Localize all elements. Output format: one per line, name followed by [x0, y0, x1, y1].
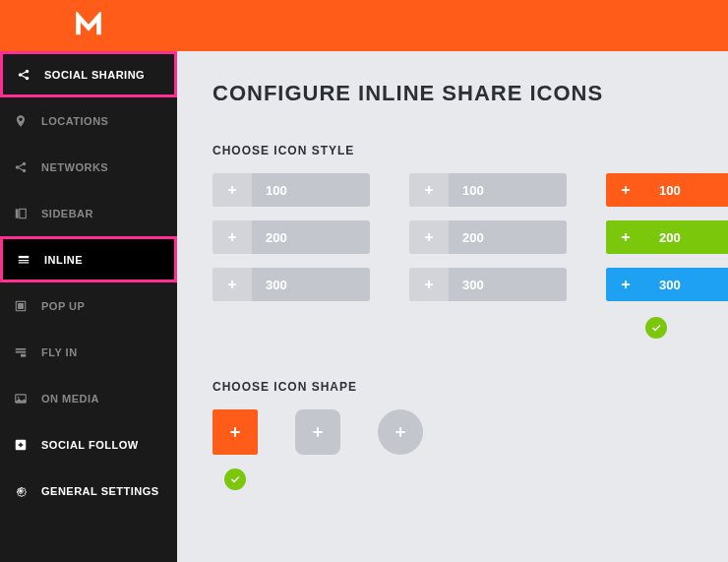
sidebar-item-label: NETWORKS [41, 161, 108, 173]
section-title: CHOOSE ICON STYLE [212, 144, 693, 157]
sidebar-item-label: SOCIAL FOLLOW [41, 439, 139, 451]
sidebar-item-social-follow[interactable]: SOCIAL FOLLOW [0, 421, 177, 468]
svg-rect-12 [19, 303, 24, 308]
icon-style-section: CHOOSE ICON STYLE 100 100 100 200 200 20… [212, 144, 693, 339]
sidebar-item-label: SOCIAL SHARING [44, 69, 145, 81]
sidebar-item-label: ON MEDIA [41, 393, 99, 405]
flyin-icon [14, 345, 35, 359]
plus-icon [606, 173, 645, 207]
style-value: 300 [645, 278, 728, 292]
sidebar: SOCIAL SHARING LOCATIONS NETWORKS SIDEBA… [0, 51, 177, 562]
sidebar-item-general-settings[interactable]: GENERAL SETTINGS [0, 468, 177, 514]
style-option-300-b[interactable]: 300 [409, 268, 567, 301]
media-icon [14, 392, 35, 406]
style-value: 200 [252, 230, 370, 245]
sidebar-icon [14, 207, 35, 220]
plus-icon [212, 268, 252, 301]
style-grid: 100 100 100 200 200 200 300 300 300 [212, 173, 693, 301]
style-option-100-b[interactable]: 100 [409, 173, 567, 207]
style-option-200-c[interactable]: 200 [606, 220, 728, 254]
style-value: 100 [252, 183, 370, 198]
style-value: 200 [645, 230, 728, 245]
svg-rect-6 [16, 209, 19, 218]
svg-rect-14 [16, 350, 27, 352]
style-option-200-b[interactable]: 200 [409, 220, 567, 254]
sidebar-item-popup[interactable]: POP UP [0, 282, 177, 329]
plus-icon [606, 268, 645, 301]
popup-icon [14, 299, 35, 313]
app-header [0, 0, 728, 51]
share-icon [17, 68, 38, 82]
plus-icon [409, 268, 449, 301]
sidebar-item-label: INLINE [44, 254, 83, 266]
sidebar-item-label: FLY IN [41, 346, 78, 358]
sidebar-item-locations[interactable]: LOCATIONS [0, 97, 177, 144]
page-title: CONFIGURE INLINE SHARE ICONS [212, 81, 693, 106]
svg-point-19 [20, 489, 23, 492]
style-value: 100 [645, 183, 728, 198]
plus-icon [409, 220, 449, 254]
sidebar-item-inline[interactable]: INLINE [0, 236, 177, 282]
svg-rect-9 [19, 260, 30, 261]
style-option-300-c[interactable]: 300 [606, 268, 728, 301]
sidebar-item-label: GENERAL SETTINGS [41, 485, 159, 497]
sidebar-item-label: SIDEBAR [41, 208, 93, 219]
sidebar-item-social-sharing[interactable]: SOCIAL SHARING [0, 51, 177, 97]
sidebar-item-flyin[interactable]: FLY IN [0, 329, 177, 375]
pin-icon [14, 114, 35, 128]
svg-rect-10 [19, 262, 30, 263]
sidebar-item-label: LOCATIONS [41, 115, 108, 127]
main-content: CONFIGURE INLINE SHARE ICONS CHOOSE ICON… [177, 51, 728, 562]
shape-circle[interactable] [378, 409, 423, 455]
style-option-200-a[interactable]: 200 [212, 220, 370, 254]
svg-point-17 [18, 396, 20, 398]
follow-icon [14, 438, 35, 452]
sidebar-item-networks[interactable]: NETWORKS [0, 144, 177, 190]
svg-rect-15 [21, 353, 26, 356]
selected-checkmark-icon [645, 317, 667, 339]
svg-rect-13 [16, 347, 27, 349]
selected-checkmark-icon [224, 468, 246, 490]
style-option-300-a[interactable]: 300 [212, 268, 370, 301]
shape-row [212, 409, 693, 455]
section-title: CHOOSE ICON SHAPE [212, 380, 693, 394]
style-option-100-a[interactable]: 100 [212, 173, 370, 207]
gear-icon [14, 484, 35, 498]
style-option-100-c[interactable]: 100 [606, 173, 728, 207]
plus-icon [606, 220, 645, 254]
style-value: 100 [449, 183, 567, 198]
share-icon [14, 160, 35, 174]
style-value: 300 [252, 278, 370, 292]
inline-icon [17, 253, 38, 267]
sidebar-item-sidebar[interactable]: SIDEBAR [0, 190, 177, 236]
icon-shape-section: CHOOSE ICON SHAPE [212, 380, 693, 490]
plus-icon [409, 173, 449, 207]
shape-rounded[interactable] [295, 409, 340, 455]
sidebar-item-onmedia[interactable]: ON MEDIA [0, 375, 177, 421]
plus-icon [212, 173, 252, 207]
shape-square[interactable] [212, 409, 258, 455]
app-logo [0, 0, 177, 51]
style-value: 200 [449, 230, 567, 245]
style-value: 300 [449, 278, 567, 292]
sidebar-item-label: POP UP [41, 300, 85, 312]
svg-rect-8 [19, 255, 30, 257]
plus-icon [212, 220, 252, 254]
svg-rect-7 [20, 209, 26, 218]
